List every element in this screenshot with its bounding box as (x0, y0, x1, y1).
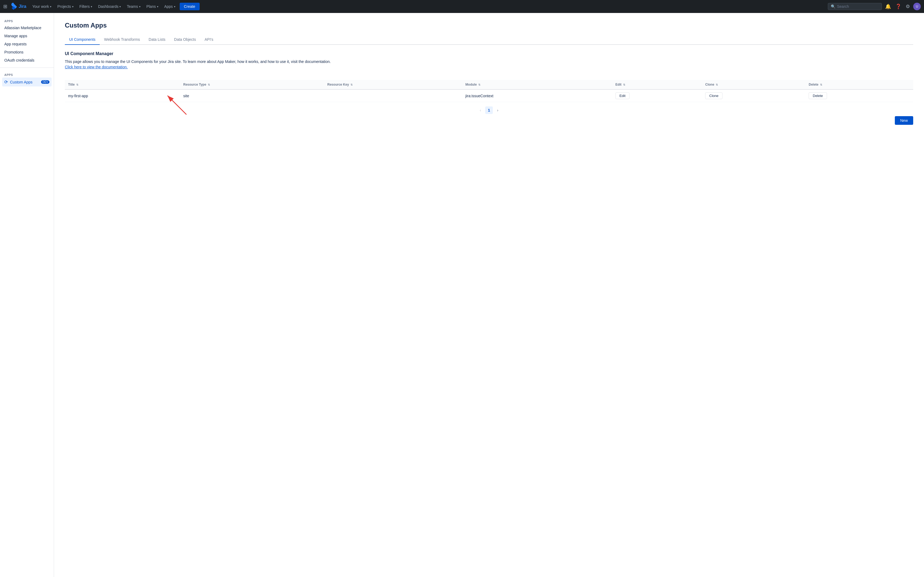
nav-teams[interactable]: Teams ▾ (124, 3, 143, 10)
app-requests-label: App requests (4, 42, 27, 46)
tab-ui-components[interactable]: UI Components (65, 35, 100, 45)
main-content: Custom Apps UI Components Webhook Transf… (54, 13, 924, 577)
marketplace-label: Atlassian Marketplace (4, 26, 41, 30)
topnav: ⊞ Jira Your work ▾ Projects ▾ Filters ▾ … (0, 0, 924, 13)
pagination: ‹ 1 › (65, 106, 913, 114)
table-header: Title ⇅ Resource Type ⇅ Resource Key ⇅ (65, 80, 913, 89)
new-button[interactable]: New (895, 116, 913, 125)
row-resource-type: site (180, 89, 324, 102)
jira-logo[interactable]: Jira (10, 3, 26, 10)
pagination-area: ‹ 1 › (65, 106, 913, 114)
sort-icon: ⇅ (623, 83, 625, 86)
chevron-down-icon: ▾ (72, 5, 74, 8)
col-title[interactable]: Title ⇅ (65, 80, 180, 89)
chevron-down-icon: ▾ (91, 5, 92, 8)
section-description: This page allows you to manage the UI Co… (65, 60, 913, 64)
sidebar-item-app-requests[interactable]: App requests (0, 40, 54, 48)
chevron-down-icon: ▾ (50, 5, 51, 8)
sidebar-item-promotions[interactable]: Promotions (0, 48, 54, 56)
chevron-down-icon: ▾ (119, 5, 121, 8)
sort-icon: ⇅ (350, 83, 353, 86)
nav-plans[interactable]: Plans ▾ (144, 3, 161, 10)
topnav-nav: Your work ▾ Projects ▾ Filters ▾ Dashboa… (29, 3, 827, 10)
search-icon: 🔍 (831, 4, 835, 9)
topnav-right: 🔍 🔔 ❓ ⚙ U (828, 2, 921, 11)
row-edit-cell: Edit (612, 89, 702, 102)
create-button[interactable]: Create (180, 3, 200, 10)
sidebar-section-apps: Apps (0, 17, 54, 24)
tab-data-objects[interactable]: Data Objects (170, 35, 200, 45)
row-delete-cell: Delete (805, 89, 913, 102)
table-container: Title ⇅ Resource Type ⇅ Resource Key ⇅ (65, 80, 913, 102)
delete-button[interactable]: Delete (809, 92, 827, 99)
section-title: UI Component Manager (65, 51, 913, 56)
promotions-label: Promotions (4, 50, 24, 54)
search-box[interactable]: 🔍 (828, 3, 882, 10)
nav-your-work[interactable]: Your work ▾ (29, 3, 54, 10)
page-1-button[interactable]: 1 (485, 106, 493, 114)
nav-projects[interactable]: Projects ▾ (55, 3, 76, 10)
chevron-down-icon: ▾ (157, 5, 158, 8)
sort-icon: ⇅ (478, 83, 481, 86)
manage-apps-label: Manage apps (4, 34, 27, 38)
page-title: Custom Apps (65, 22, 913, 29)
dev-badge: DEV (41, 80, 50, 84)
sort-icon: ⇅ (76, 83, 78, 86)
table-row: my-first-app site jira:issueContext Edit… (65, 89, 913, 102)
edit-button[interactable]: Edit (616, 92, 629, 99)
next-page-button[interactable]: › (494, 106, 502, 114)
grid-icon[interactable]: ⊞ (3, 3, 7, 10)
tabs: UI Components Webhook Transforms Data Li… (65, 35, 913, 45)
sort-icon: ⇅ (716, 83, 718, 86)
clone-button[interactable]: Clone (705, 92, 722, 99)
avatar[interactable]: U (913, 3, 921, 10)
documentation-link[interactable]: Click here to view the documentation. (65, 65, 128, 69)
prev-page-button[interactable]: ‹ (477, 106, 484, 114)
col-edit[interactable]: Edit ⇅ (612, 80, 702, 89)
chevron-down-icon: ▾ (139, 5, 140, 8)
sidebar-item-custom-apps[interactable]: ⟳ Custom Apps DEV (2, 77, 52, 87)
col-delete[interactable]: Delete ⇅ (805, 80, 913, 89)
col-module[interactable]: Module ⇅ (462, 80, 612, 89)
sidebar-item-marketplace[interactable]: Atlassian Marketplace (0, 24, 54, 32)
sidebar-item-oauth[interactable]: OAuth credentials (0, 56, 54, 64)
row-resource-key (324, 89, 462, 102)
tab-apis[interactable]: API's (200, 35, 218, 45)
row-module: jira:issueContext (462, 89, 612, 102)
sidebar-divider (0, 68, 54, 68)
row-clone-cell: Clone (702, 89, 805, 102)
tab-webhook-transforms[interactable]: Webhook Transforms (100, 35, 144, 45)
row-title: my-first-app (65, 89, 180, 102)
col-resource-key[interactable]: Resource Key ⇅ (324, 80, 462, 89)
col-resource-type[interactable]: Resource Type ⇅ (180, 80, 324, 89)
logo-text: Jira (19, 4, 26, 9)
col-clone[interactable]: Clone ⇅ (702, 80, 805, 89)
custom-apps-icon: ⟳ (4, 79, 8, 85)
chevron-down-icon: ▾ (174, 5, 175, 8)
nav-apps[interactable]: Apps ▾ (161, 3, 178, 10)
settings-icon[interactable]: ⚙ (905, 2, 911, 11)
tab-data-lists[interactable]: Data Lists (144, 35, 170, 45)
sidebar-section-apps2: Apps (0, 71, 54, 77)
sidebar: Apps Atlassian Marketplace Manage apps A… (0, 13, 54, 577)
custom-apps-label: Custom Apps (10, 80, 32, 84)
sidebar-item-manage-apps[interactable]: Manage apps (0, 32, 54, 40)
help-icon[interactable]: ❓ (894, 2, 902, 11)
new-button-container: New (65, 116, 913, 125)
sort-icon: ⇅ (820, 83, 822, 86)
nav-dashboards[interactable]: Dashboards ▾ (95, 3, 124, 10)
nav-filters[interactable]: Filters ▾ (77, 3, 95, 10)
ui-components-table: Title ⇅ Resource Type ⇅ Resource Key ⇅ (65, 80, 913, 102)
notifications-icon[interactable]: 🔔 (884, 2, 892, 11)
layout: Apps Atlassian Marketplace Manage apps A… (0, 13, 924, 577)
oauth-label: OAuth credentials (4, 58, 34, 63)
sort-icon: ⇅ (208, 83, 210, 86)
table-body: my-first-app site jira:issueContext Edit… (65, 89, 913, 102)
search-input[interactable] (837, 4, 879, 9)
